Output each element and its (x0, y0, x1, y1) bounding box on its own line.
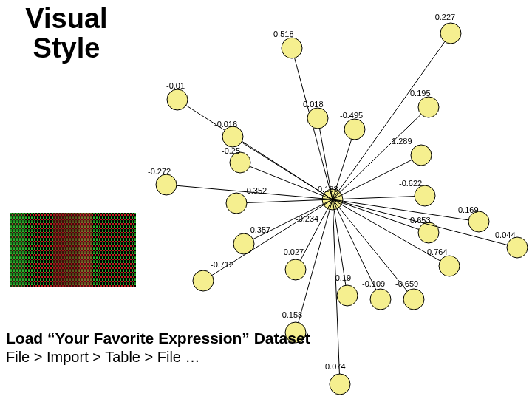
outer-node (415, 185, 435, 206)
outer-node (282, 38, 302, 58)
edge-label: -0.109 (362, 279, 385, 288)
footer-instructions: Load “Your Favorite Expression” Dataset … (6, 329, 316, 366)
outer-node (403, 289, 424, 310)
outer-node (307, 108, 328, 129)
outer-node (330, 374, 350, 395)
outer-node (167, 89, 188, 110)
edge-label: 0.044 (495, 231, 516, 239)
outer-node (337, 285, 358, 306)
edge-label: -0.272 (148, 167, 171, 176)
edge-label: -0.495 (340, 111, 363, 120)
edge-label: 0.764 (427, 248, 448, 256)
outer-node (344, 119, 365, 140)
edge-label: 0.074 (325, 362, 346, 371)
edge-label: -0.659 (395, 279, 418, 288)
edge-label: -0.027 (281, 248, 304, 256)
edge-label: -0.357 (248, 225, 270, 234)
outer-node (439, 256, 460, 276)
svg-line-19 (236, 200, 332, 203)
edge-label: 0.518 (273, 30, 294, 38)
outer-node (156, 174, 177, 195)
edge-label: 0.169 (458, 205, 479, 214)
footer-path: File > Import > Table > File … (6, 349, 316, 366)
outer-node (222, 126, 243, 147)
svg-line-20 (332, 196, 425, 200)
edge-label: -0.227 (432, 13, 455, 21)
edge-label: -0.01 (166, 81, 185, 90)
edge-label: 1.289 (392, 137, 412, 146)
outer-node (440, 23, 461, 44)
edge-label: -0.158 (279, 310, 302, 319)
edge-label: -0.712 (211, 260, 233, 269)
footer-heading: Load “Your Favorite Expression” Dataset (6, 329, 316, 347)
svg-line-23 (244, 200, 332, 244)
edge-label: -0.352 (244, 186, 267, 195)
svg-line-14 (332, 155, 421, 200)
svg-line-27 (296, 200, 332, 270)
outer-node (370, 289, 391, 310)
edge-label: 0.018 (303, 100, 324, 109)
outer-node (507, 237, 528, 258)
outer-node (230, 152, 250, 173)
outer-node (468, 211, 489, 232)
edge-label: -0.016 (214, 120, 237, 129)
edge-label: -0.622 (399, 179, 422, 188)
edge-label: -0.25 (222, 146, 240, 155)
outer-node (411, 145, 432, 166)
outer-node (226, 193, 247, 214)
outer-node (193, 270, 214, 291)
outer-node (418, 97, 439, 117)
outer-node (418, 222, 439, 243)
outer-node (285, 259, 306, 280)
edge-label: 0.195 (410, 89, 431, 98)
